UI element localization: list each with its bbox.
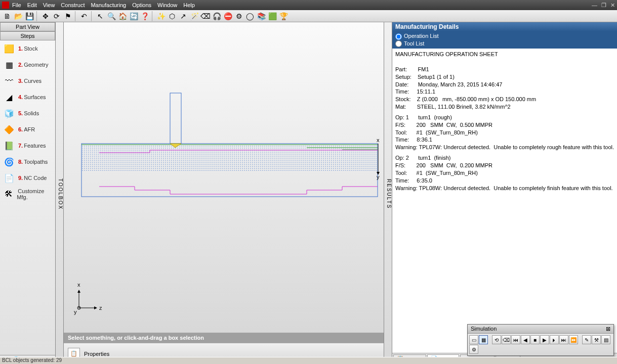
step-item-afr[interactable]: 🔶6.AFR [0, 121, 55, 138]
move-icon[interactable]: ✥ [40, 11, 51, 21]
step-icon: 📄 [3, 172, 15, 184]
headset-icon[interactable]: 🎧 [212, 11, 222, 21]
detail-line: Warning: TPL08W: Undercut detected. Unab… [395, 185, 614, 192]
panel-title: Manufacturing Details [392, 22, 617, 31]
eraser-icon[interactable]: ⌫ [200, 11, 211, 21]
results-rail[interactable]: RESULTS [384, 22, 392, 364]
help-icon[interactable]: ❓ [140, 11, 150, 21]
gear-icon[interactable]: ⚙ [234, 11, 244, 21]
sim-rewind-icon[interactable]: ⟲ [492, 335, 501, 344]
detail-line: Setup: Setup1 (1 of 1) [395, 73, 614, 81]
step-item-surfaces[interactable]: ◢4.Surfaces [0, 89, 55, 105]
sim-erase-icon[interactable]: ⌫ [502, 335, 511, 344]
undo-icon[interactable]: ↶ [79, 11, 89, 21]
simulation-close-icon[interactable]: ⊠ [606, 326, 610, 332]
status-bar: BCL objects generated: 29 [0, 357, 617, 364]
sim-tool-icon[interactable]: ⚒ [592, 335, 601, 344]
step-icon: 🧊 [3, 107, 15, 119]
minimize-button[interactable]: — [592, 2, 597, 9]
step-item-stock[interactable]: 🟨1.Stock [0, 40, 55, 57]
sheet-title: MANUFACTURING OPERATION SHEET [395, 51, 614, 58]
menu-help[interactable]: Help [183, 2, 195, 8]
toolbox-rail[interactable]: TOOLBOX [56, 22, 64, 364]
home-icon[interactable]: 🏠 [117, 11, 128, 21]
details-body: MANUFACTURING OPERATION SHEET Part: FM1S… [392, 49, 617, 353]
sim-layer-icon[interactable]: ▤ [601, 335, 610, 344]
manufacturing-details-panel: Manufacturing Details Operation List Too… [392, 22, 617, 364]
menu-view[interactable]: View [43, 2, 55, 8]
step-label: 5.Solids [18, 110, 39, 116]
trophy-icon[interactable]: 🏆 [278, 11, 289, 21]
sim-play-icon[interactable]: ▶ [540, 335, 549, 344]
open-icon[interactable]: 📂 [13, 11, 23, 21]
zoom-icon[interactable]: 🔍 [106, 11, 116, 21]
detail-line: Date: Monday, March 23, 2015 14:46:47 [395, 81, 614, 88]
step-item-features[interactable]: 📗7.Features [0, 138, 55, 154]
x-marker: x [377, 137, 380, 143]
step-icon: 🛠 [3, 188, 14, 200]
radio-tool-list[interactable]: Tool List [395, 40, 614, 48]
detail-line: Mat: STEEL, 111.00 Brinell, 3.82 kN/mm^2 [395, 103, 614, 111]
svg-text:z: z [99, 305, 102, 311]
main-toolbar: 🗎 📂 💾 ✥ ⟳ ⚑ ↶ ↖ 🔍 🏠 🔄 ❓ ✨ ⬡ ↗ 🪄 ⌫ 🎧 ⛔ ⚙ … [0, 10, 617, 22]
sim-step-fwd-icon[interactable]: ⏵ [550, 335, 559, 344]
spark-icon[interactable]: ✨ [156, 11, 166, 21]
y-marker: y [377, 174, 380, 180]
step-icon: 🟨 [3, 42, 15, 55]
step-label: 8.Toolpaths [18, 159, 48, 165]
detail-line: Time: 6:35.0 [395, 177, 614, 185]
stack-icon[interactable]: 📚 [256, 11, 266, 21]
refresh-icon[interactable]: 🔄 [129, 11, 139, 21]
viewport[interactable]: x y x z y [64, 22, 384, 333]
sim-mode2d-icon[interactable]: ▭ [469, 335, 478, 344]
part-view-tab[interactable]: Part View [0, 22, 55, 31]
step-item-nc-code[interactable]: 📄9.NC Code [0, 170, 55, 186]
sim-stop-icon[interactable]: ■ [530, 335, 540, 344]
sim-skip-start-icon[interactable]: ⏮ [511, 335, 520, 344]
detail-line: Time: 8:36.1 [395, 136, 614, 144]
wand-icon[interactable]: 🪄 [189, 11, 199, 21]
menu-construct[interactable]: Construct [61, 2, 85, 8]
sim-skip-end-icon[interactable]: ⏭ [559, 335, 568, 344]
close-button[interactable]: ✕ [610, 2, 615, 9]
step-item-customize-mfg-[interactable]: 🛠Customize Mfg. [0, 186, 55, 202]
detail-line: Tool: #1 (SW_Turn_80m_RH) [395, 129, 614, 136]
rotate-icon[interactable]: ⟳ [52, 11, 62, 21]
sim-settings-icon[interactable]: ⚙ [469, 345, 478, 354]
menu-options[interactable]: Options [132, 2, 151, 8]
save-icon[interactable]: 💾 [24, 11, 34, 21]
simulation-panel[interactable]: Simulation ⊠ ▭ ▦ ⟲ ⌫ ⏮ ◀ ■ ▶ ⏵ ⏭ ⏩ ✎ ⚒ ▤… [467, 324, 614, 356]
sim-pencil-icon[interactable]: ✎ [582, 335, 591, 344]
block-icon[interactable]: ⛔ [223, 11, 233, 21]
sim-mode3d-icon[interactable]: ▦ [479, 335, 488, 344]
sim-step-back-icon[interactable]: ◀ [521, 335, 530, 344]
step-label: 9.NC Code [18, 175, 47, 181]
menu-manufacturing[interactable]: Manufacturing [91, 2, 126, 8]
menu-edit[interactable]: Edit [27, 2, 37, 8]
flag-icon[interactable]: ⚑ [63, 11, 73, 21]
detail-line: Stock: Z (0.000 mm, -850.000 mm) x OD 15… [395, 96, 614, 103]
svg-rect-2 [81, 145, 378, 171]
step-label: Customize Mfg. [17, 188, 52, 200]
steps-sidebar: Part View Steps 🟨1.Stock▦2.Geometry〰3.Cu… [0, 22, 56, 364]
pointer-icon[interactable]: ↖ [95, 11, 105, 21]
new-icon[interactable]: 🗎 [2, 11, 12, 21]
maximize-button[interactable]: ❐ [601, 2, 606, 9]
circle-icon[interactable]: ◯ [245, 11, 255, 21]
step-item-curves[interactable]: 〰3.Curves [0, 73, 55, 89]
radio-operation-list[interactable]: Operation List [395, 33, 614, 40]
svg-marker-11 [77, 290, 80, 293]
cube-icon[interactable]: 🟩 [267, 11, 277, 21]
sim-fast-icon[interactable]: ⏩ [569, 335, 578, 344]
menu-window[interactable]: Window [157, 2, 177, 8]
simulation-title: Simulation [471, 326, 497, 332]
titlebar: File Edit View Construct Manufacturing O… [0, 0, 617, 10]
tool1-icon[interactable]: ⬡ [167, 11, 177, 21]
step-item-toolpaths[interactable]: 🌀8.Toolpaths [0, 154, 55, 170]
menu-file[interactable]: File [12, 2, 21, 8]
svg-text:y: y [74, 309, 77, 315]
step-item-solids[interactable]: 🧊5.Solids [0, 105, 55, 121]
step-label: 1.Stock [18, 46, 38, 52]
tool2-icon[interactable]: ↗ [178, 11, 188, 21]
step-item-geometry[interactable]: ▦2.Geometry [0, 57, 55, 73]
